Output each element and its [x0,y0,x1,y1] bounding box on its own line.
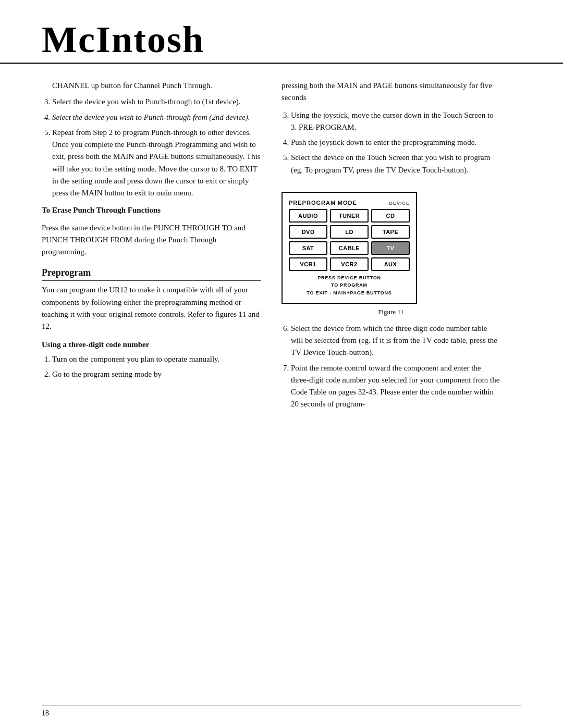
device-panel: PREPROGRAM MODE DEVICE AUDIO TUNER CD DV… [282,192,417,304]
btn-cd[interactable]: CD [371,209,410,223]
panel-mode-label: MODE [338,200,357,206]
list-item: Select the device on the Touch Screen th… [291,152,500,176]
panel-preprogram-label: PREPROGRAM [289,200,336,206]
list-item: Select the device you wish to Punch-thro… [52,96,261,108]
btn-sat[interactable]: SAT [289,241,327,255]
list-item-text: Repeat from Step 2 to program Punch-thro… [52,128,260,197]
logo: McIntosh [42,21,204,58]
header: McIntosh [0,0,563,64]
figure-caption: Figure 11 [282,308,500,316]
erase-body: Press the same device button in the PUNC… [42,222,261,258]
right-column: pressing both the MAIN and PAGE buttons … [282,80,500,416]
page-footer: 18 [42,706,521,718]
panel-press-label: PRESS DEVICE BUTTON [289,274,410,281]
list-item: Using the joystick, move the cursor down… [291,109,500,134]
content-area: CHANNEL up button for Channel Punch Thro… [0,80,563,416]
page-number: 18 [42,709,49,717]
three-digit-list: Turn on the component you plan to operat… [52,353,261,381]
list-item-text: Select the device you wish to Punch-thro… [52,113,250,121]
list-item: Point the remote control toward the comp… [291,362,500,411]
left-list: Select the device you wish to Punch-thro… [52,96,261,199]
right-list-bottom: Select the device from which the three d… [291,323,500,411]
btn-tuner[interactable]: TUNER [330,209,369,223]
list-item: Repeat from Step 2 to program Punch-thro… [52,127,261,200]
list-item: Go to the program setting mode by [52,368,261,380]
panel-title-block: PREPROGRAM MODE [289,198,357,207]
panel-bottom-text: PRESS DEVICE BUTTON TO PROGRAM TO EXIT :… [289,274,410,297]
btn-ld[interactable]: LD [330,225,369,239]
panel-device-label: DEVICE [389,201,410,206]
btn-vcr1[interactable]: VCR1 [289,257,327,271]
panel-top-row: PREPROGRAM MODE DEVICE [289,198,410,207]
channel-text: CHANNEL up button for Channel Punch Thro… [52,80,261,92]
erase-heading-text: To Erase Punch Through Functions [42,206,161,214]
btn-vcr2[interactable]: VCR2 [330,257,369,271]
btn-aux[interactable]: AUX [371,257,410,271]
panel-to-program-label: TO PROGRAM [289,281,410,289]
list-item: Push the joystick down to enter the prep… [291,137,500,149]
btn-audio[interactable]: AUDIO [289,209,327,223]
list-item: Turn on the component you plan to operat… [52,353,261,365]
preprogram-heading: Preprogram [42,267,261,281]
btn-cable[interactable]: CABLE [330,241,369,255]
right-list-top: Using the joystick, move the cursor down… [291,109,500,176]
btn-tv[interactable]: TV [371,241,410,255]
btn-dvd[interactable]: DVD [289,225,327,239]
panel-buttons-grid: AUDIO TUNER CD DVD LD TAPE SAT CABLE TV … [289,209,410,271]
preprogram-body: You can program the UR12 to make it comp… [42,284,261,332]
panel-exit-label: TO EXIT : MAIN+PAGE BUTTONS [289,289,410,297]
three-digit-heading: Using a three-digit code number [42,339,261,351]
btn-tape[interactable]: TAPE [371,225,410,239]
list-item: Select the device you wish to Punch-thro… [52,112,261,124]
right-intro-text: pressing both the MAIN and PAGE buttons … [282,80,500,104]
left-column: CHANNEL up button for Channel Punch Thro… [42,80,261,416]
list-item-text: Select the device you wish to Punch-thro… [52,97,241,106]
list-item: Select the device from which the three d… [291,323,500,359]
page-wrapper: McIntosh CHANNEL up button for Channel P… [0,0,563,728]
erase-heading: To Erase Punch Through Functions [42,204,261,216]
